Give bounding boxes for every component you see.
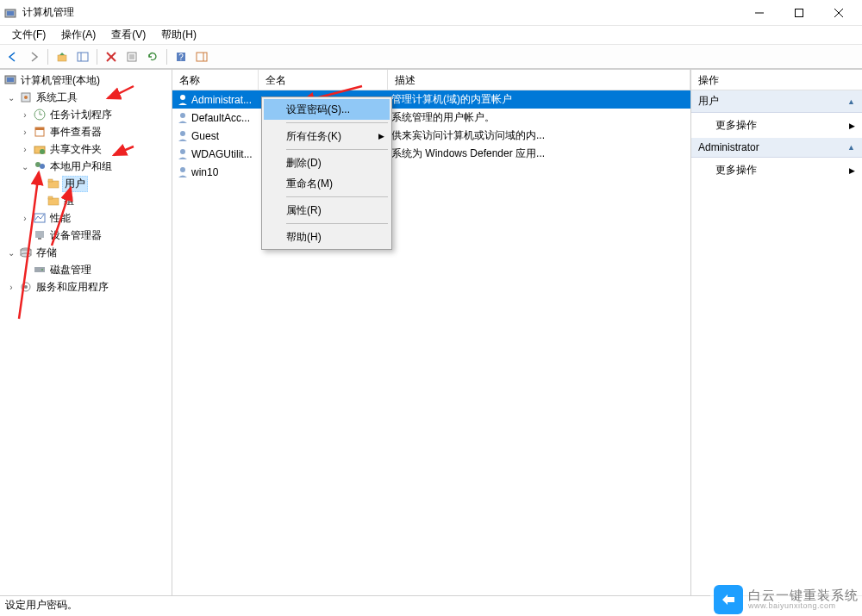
tree-event-viewer[interactable]: › 事件查看器 xyxy=(0,123,172,140)
folder-icon xyxy=(47,177,60,190)
tree-system-tools[interactable]: ⌄ 系统工具 xyxy=(0,89,172,106)
user-icon xyxy=(176,93,190,107)
expand-icon[interactable]: › xyxy=(19,126,31,138)
tree-storage[interactable]: ⌄ 存储 xyxy=(0,244,172,261)
computer-icon xyxy=(3,73,17,87)
navigation-tree: 计算机管理(本地) ⌄ 系统工具 › 任务计划程序 › 事件查看器 xyxy=(0,70,172,595)
expand-icon[interactable]: › xyxy=(5,281,17,293)
menubar: 文件(F) 操作(A) 查看(V) 帮助(H) xyxy=(0,26,862,45)
cm-delete[interactable]: 删除(D) xyxy=(264,152,390,173)
status-text: 设定用户密码。 xyxy=(5,598,78,613)
svg-rect-20 xyxy=(7,78,14,82)
tools-icon xyxy=(19,90,33,104)
storage-icon xyxy=(19,246,33,259)
tree-local-users-groups[interactable]: ⌄ 本地用户和组 xyxy=(0,158,172,175)
context-menu: 设置密码(S)... 所有任务(K)▶ 删除(D) 重命名(M) 属性(R) 帮… xyxy=(261,96,392,250)
tree-root[interactable]: 计算机管理(本地) xyxy=(0,72,172,89)
list-row[interactable]: Guest供来宾访问计算机或访问域的内... xyxy=(172,127,690,145)
svg-rect-1 xyxy=(7,11,14,16)
tree-performance[interactable]: › 性能 xyxy=(0,209,172,227)
cm-help[interactable]: 帮助(H) xyxy=(264,227,390,247)
user-name: WDAGUtilit... xyxy=(191,148,253,160)
tree-users[interactable]: 用户 xyxy=(0,175,172,192)
column-description[interactable]: 描述 xyxy=(388,70,690,90)
action-more-users[interactable]: 更多操作 ▶ xyxy=(691,113,862,138)
list-row[interactable]: WDAGUtilit...系统为 Windows Defender 应用... xyxy=(172,145,690,163)
tree-groups[interactable]: 组 xyxy=(0,192,172,209)
minimize-button[interactable] xyxy=(740,0,779,26)
user-icon xyxy=(176,111,190,125)
menu-view[interactable]: 查看(V) xyxy=(104,26,153,44)
list-row[interactable]: Administrat...管理计算机(域)的内置帐户 xyxy=(172,90,690,109)
help-button[interactable]: ? xyxy=(172,47,191,66)
tree-task-scheduler[interactable]: › 任务计划程序 xyxy=(0,106,172,123)
watermark-url: www.baiyunxitong.com xyxy=(748,602,859,611)
actions-title: 操作 xyxy=(691,70,862,90)
watermark-text: 白云一键重装系统 xyxy=(748,588,859,603)
expand-icon[interactable]: › xyxy=(19,143,31,155)
menu-action[interactable]: 操作(A) xyxy=(54,26,103,44)
menu-help[interactable]: 帮助(H) xyxy=(154,26,203,44)
forward-button[interactable] xyxy=(24,47,43,66)
svg-point-49 xyxy=(180,149,185,154)
expand-icon[interactable]: ⌄ xyxy=(19,160,31,172)
cm-properties[interactable]: 属性(R) xyxy=(264,200,390,221)
svg-rect-42 xyxy=(34,267,45,272)
svg-rect-37 xyxy=(35,231,44,238)
actions-pane: 操作 用户 ▲ 更多操作 ▶ Administrator ▲ 更多操作 ▶ xyxy=(691,70,862,595)
event-icon xyxy=(33,125,47,139)
action-group-administrator[interactable]: Administrator ▲ xyxy=(691,138,862,158)
back-button[interactable] xyxy=(3,47,22,66)
svg-point-31 xyxy=(40,164,45,169)
refresh-button[interactable] xyxy=(143,47,162,66)
svg-rect-33 xyxy=(48,179,53,182)
svg-rect-6 xyxy=(58,55,66,61)
services-icon xyxy=(19,280,33,294)
expand-icon[interactable]: › xyxy=(19,212,31,224)
user-icon xyxy=(176,165,190,179)
column-fullname[interactable]: 全名 xyxy=(259,70,388,90)
user-icon xyxy=(176,147,190,161)
cm-all-tasks[interactable]: 所有任务(K)▶ xyxy=(264,126,390,146)
submenu-arrow-icon: ▶ xyxy=(849,121,855,130)
expand-icon[interactable]: ⌄ xyxy=(5,91,17,103)
tree-shared-folders[interactable]: › 共享文件夹 xyxy=(0,140,172,158)
cm-rename[interactable]: 重命名(M) xyxy=(264,173,390,194)
action-more-administrator[interactable]: 更多操作 ▶ xyxy=(691,158,862,183)
expand-icon[interactable]: › xyxy=(19,109,31,121)
folder-icon xyxy=(47,194,60,208)
disk-icon xyxy=(33,263,47,277)
collapse-icon: ▲ xyxy=(847,143,855,152)
show-hide-tree-button[interactable] xyxy=(73,47,92,66)
svg-point-46 xyxy=(180,95,185,100)
maximize-button[interactable] xyxy=(779,0,819,26)
tree-disk-management[interactable]: 磁盘管理 xyxy=(0,261,172,278)
list-header: 名称 全名 描述 xyxy=(172,70,690,90)
up-button[interactable] xyxy=(53,47,72,66)
column-name[interactable]: 名称 xyxy=(172,70,259,90)
action-pane-button[interactable] xyxy=(192,47,211,66)
user-name: win10 xyxy=(191,166,218,178)
list-row[interactable]: win10 xyxy=(172,163,690,181)
cm-set-password[interactable]: 设置密码(S)... xyxy=(264,99,390,120)
delete-button[interactable] xyxy=(102,47,121,66)
action-group-users[interactable]: 用户 ▲ xyxy=(691,90,862,113)
list-row[interactable]: DefaultAcc...系统管理的用户帐户。 xyxy=(172,109,690,127)
svg-point-50 xyxy=(180,167,185,172)
user-name: Administrat... xyxy=(191,94,252,106)
svg-point-48 xyxy=(180,131,185,136)
svg-point-47 xyxy=(180,113,185,118)
tree-services-apps[interactable]: › 服务和应用程序 xyxy=(0,278,172,296)
menu-file[interactable]: 文件(F) xyxy=(5,26,53,44)
svg-rect-38 xyxy=(38,238,41,240)
user-description: 供来宾访问计算机或访问域的内... xyxy=(388,128,690,143)
svg-rect-35 xyxy=(48,196,53,199)
tree-device-manager[interactable]: 设备管理器 xyxy=(0,227,172,244)
user-icon xyxy=(176,129,190,143)
watermark: 白云一键重装系统 www.baiyunxitong.com xyxy=(710,583,862,616)
user-name: DefaultAcc... xyxy=(191,112,250,124)
expand-icon[interactable]: ⌄ xyxy=(5,246,17,258)
close-button[interactable] xyxy=(819,0,859,26)
properties-button[interactable] xyxy=(122,47,141,66)
user-description: 系统管理的用户帐户。 xyxy=(388,110,690,125)
